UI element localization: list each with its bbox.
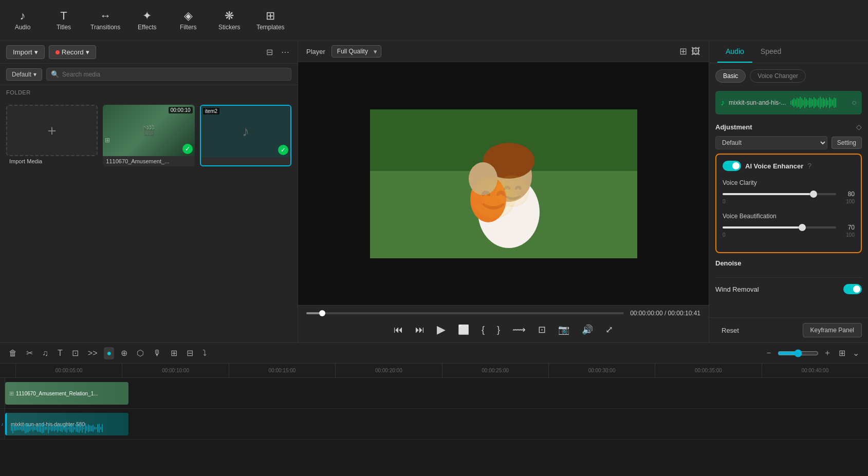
filter-icon[interactable]: ⊟: [264, 45, 275, 59]
nav-transitions-label: Transitions: [90, 24, 120, 31]
import-media-item[interactable]: ＋ Import Media: [6, 105, 98, 166]
voice-beautification-max: 100: [846, 232, 855, 238]
ai-voice-toggle[interactable]: [723, 161, 741, 171]
audio-check-badge: ✓: [278, 145, 288, 155]
timeline-ruler: 00:00:05:0000:00:10:0000:00:15:0000:00:2…: [0, 364, 868, 378]
wind-removal-label: Wind Removal: [715, 285, 759, 293]
zoom-slider[interactable]: [778, 349, 819, 357]
wind-removal-toggle[interactable]: [843, 284, 862, 294]
default-chevron-icon: ▾: [33, 71, 36, 78]
titles-icon: T: [60, 10, 67, 22]
crop-button[interactable]: ⊡: [69, 347, 81, 359]
import-media-label: Import Media: [6, 156, 98, 166]
progress-bar[interactable]: [306, 312, 624, 314]
snap-button[interactable]: ⊕: [118, 347, 130, 359]
image-view-icon[interactable]: 🖼: [691, 46, 700, 57]
nav-stickers[interactable]: ❋ Stickers: [215, 10, 244, 31]
music-track-item[interactable]: ♪ mixkit-sun-and-his-... ○: [715, 91, 862, 115]
audio-detach-button[interactable]: ♫: [40, 347, 51, 359]
layout-option-button[interactable]: ⌄: [850, 347, 862, 359]
voice-beautification-handle[interactable]: [799, 224, 806, 231]
frame-back-button[interactable]: ⏭: [413, 322, 427, 337]
setting-button[interactable]: Setting: [832, 137, 862, 149]
audio-waveform: [7, 423, 128, 433]
search-input[interactable]: [62, 71, 287, 78]
mark-in-button[interactable]: {: [479, 322, 487, 337]
import-button[interactable]: Import ▾: [6, 45, 45, 59]
default-dropdown[interactable]: Default ▾: [6, 68, 42, 81]
nav-titles[interactable]: T Titles: [49, 10, 78, 31]
nav-transitions[interactable]: ↔ Transitions: [90, 10, 120, 31]
skip-back-button[interactable]: ⏮: [392, 322, 405, 337]
ripple-button[interactable]: ●: [104, 347, 114, 359]
audio-track-content: mixkit-sun-and-his-daughter-580: [5, 409, 868, 439]
nav-filters-label: Filters: [180, 24, 197, 31]
nav-titles-label: Titles: [57, 24, 71, 31]
keyframe-panel-button[interactable]: Keyframe Panel: [803, 323, 862, 337]
mark-out-button[interactable]: }: [495, 322, 502, 337]
playback-controls: 00:00:00:00 / 00:00:10:41 ⏮ ⏭ ▶ ⬜ { } ⟿ …: [298, 305, 709, 342]
grid-layout-button[interactable]: ⊞: [836, 347, 848, 359]
insert-button[interactable]: ⤵: [200, 347, 209, 359]
adjustment-section-header: Adjustment ◇: [715, 123, 862, 131]
zoom-out-button[interactable]: －: [762, 346, 775, 360]
quality-select[interactable]: Full Quality 1/2 Quality 1/4 Quality: [331, 45, 381, 58]
pip-button[interactable]: ⊟: [184, 347, 196, 359]
expand-button[interactable]: >>: [85, 347, 100, 359]
default-label: Default: [12, 71, 31, 78]
subtab-basic[interactable]: Basic: [715, 69, 746, 83]
audio-track-clip[interactable]: mixkit-sun-and-his-daughter-580: [5, 413, 128, 435]
voice-beautification-min: 0: [723, 232, 726, 238]
shield-button[interactable]: ⬡: [134, 347, 146, 359]
zoom-in-button[interactable]: ＋: [821, 346, 834, 360]
center-panel: Player Full Quality 1/2 Quality 1/4 Qual…: [298, 41, 709, 342]
media-item-video[interactable]: 🎬 00:00:10 ⊞ ✓ 1110670_Amusement_...: [103, 105, 194, 166]
right-content: Basic Voice Changer ♪ mixkit-sun-and-his…: [709, 63, 868, 317]
reset-button[interactable]: Reset: [715, 323, 745, 337]
record-button[interactable]: Record ▾: [49, 45, 96, 59]
screen-button[interactable]: ⊡: [536, 322, 548, 337]
voice-beautification-section: Voice Beautification 70 0 100: [723, 213, 855, 238]
nav-filters[interactable]: ◈ Filters: [174, 10, 202, 31]
grid-view-icon[interactable]: ⊞: [679, 46, 687, 57]
left-toolbar: Import ▾ Record ▾ ⊟ ⋯: [0, 41, 298, 64]
time-display: 00:00:00:00 / 00:00:10:41: [630, 310, 700, 317]
tab-audio[interactable]: Audio: [717, 41, 752, 63]
export-frame-button[interactable]: ⟿: [510, 322, 528, 337]
fullscreen-button[interactable]: ⤢: [603, 322, 615, 337]
ruler-mark: 00:00:30:00: [548, 364, 655, 378]
cut-button[interactable]: ✂: [24, 347, 35, 359]
nav-audio[interactable]: ♪ Audio: [8, 10, 37, 31]
voice-clarity-handle[interactable]: [810, 191, 817, 198]
adjustment-select[interactable]: Default: [715, 136, 827, 149]
mic-button[interactable]: 🎙: [151, 347, 164, 359]
music-waveform: [790, 95, 848, 110]
voice-clarity-max: 100: [846, 199, 855, 204]
tab-speed[interactable]: Speed: [752, 41, 789, 63]
subtab-voice-changer[interactable]: Voice Changer: [750, 69, 806, 83]
player-bar: Player Full Quality 1/2 Quality 1/4 Qual…: [298, 41, 709, 62]
nav-templates[interactable]: ⊞ Templates: [256, 10, 285, 31]
snapshot-button[interactable]: 📷: [556, 322, 571, 337]
voice-beautification-slider[interactable]: [723, 226, 836, 229]
right-bottom-bar: Reset Keyframe Panel: [709, 317, 868, 342]
stop-button[interactable]: ⬜: [456, 322, 471, 337]
ai-voice-label: AI Voice Enhancer: [745, 162, 803, 170]
voice-clarity-fill: [723, 193, 814, 195]
split-button[interactable]: ⊞: [168, 347, 180, 359]
nav-effects[interactable]: ✦ Effects: [133, 10, 161, 31]
media-item-audio[interactable]: item2 ♪ ✓: [200, 105, 291, 166]
text-button[interactable]: T: [55, 347, 65, 359]
video-track-clip[interactable]: ⊞ 1110670_Amusement_Relation_1...: [5, 382, 128, 405]
import-plus-area[interactable]: ＋: [6, 105, 98, 156]
voice-clarity-slider[interactable]: [723, 193, 836, 195]
delete-button[interactable]: 🗑: [6, 347, 20, 359]
help-icon[interactable]: ?: [807, 162, 811, 170]
progress-handle[interactable]: [319, 310, 325, 316]
more-options-icon[interactable]: ⋯: [279, 45, 291, 59]
volume-button[interactable]: 🔊: [580, 322, 595, 337]
video-label: 1110670_Amusement_...: [103, 156, 194, 166]
play-button[interactable]: ▶: [435, 321, 448, 338]
stickers-icon: ❋: [225, 10, 234, 22]
diamond-icon: ◇: [856, 123, 862, 131]
